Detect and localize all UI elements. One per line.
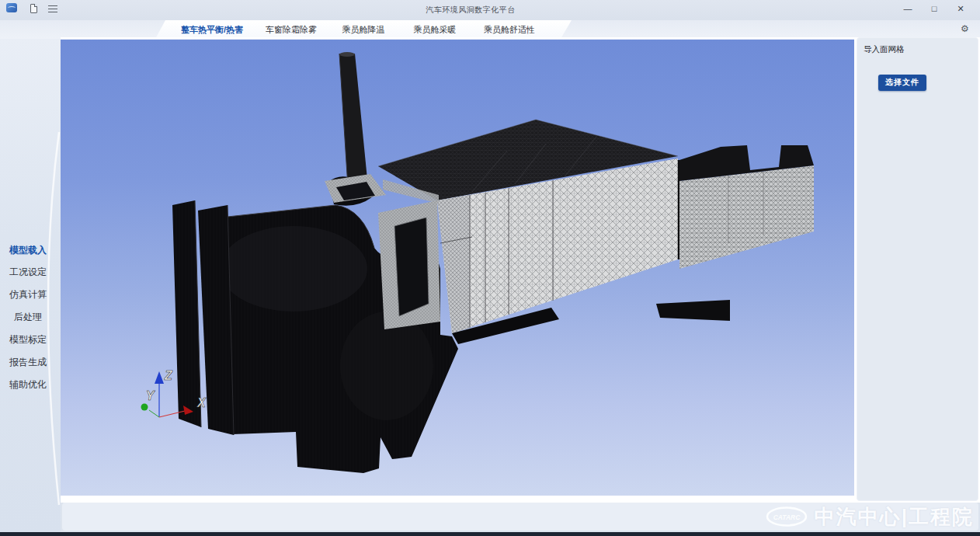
axis-label-x: X <box>196 396 207 409</box>
tab-cabin-heating[interactable]: 乘员舱采暖 <box>414 24 457 36</box>
workflow-sidebar: 模型载入 工况设定 仿真计算 后处理 模型标定 报告生成 辅助优化 <box>0 39 61 532</box>
menu-list-icon[interactable] <box>48 5 57 12</box>
tab-cabin-cooling[interactable]: 乘员舱降温 <box>342 24 385 36</box>
bottom-brand: CATARC 中汽中心|工程院 <box>766 504 974 529</box>
catarc-logo-text: CATARC <box>773 513 800 521</box>
bottom-bar: CATARC 中汽中心|工程院 <box>62 503 978 531</box>
catarc-oval-icon: CATARC <box>766 506 808 527</box>
settings-icon[interactable]: ⚙ <box>959 23 971 35</box>
sidebar-item-postprocess[interactable]: 后处理 <box>0 311 56 324</box>
viewport-3d[interactable]: Z X Y <box>61 39 854 496</box>
window-controls: — □ ✕ <box>895 0 974 17</box>
tab-window-defrost[interactable]: 车窗除霜除雾 <box>266 24 317 36</box>
sidebar-item-condition-setup[interactable]: 工况设定 <box>0 266 56 279</box>
hvac-mesh-model: Z X Y <box>61 40 854 496</box>
axis-label-z: Z <box>164 369 173 382</box>
title-bar: 汽车环境风洞数字化平台 — □ ✕ <box>0 0 980 20</box>
bottom-strip <box>0 532 980 536</box>
tab-row: 整车热平衡/热害 车窗除霜除雾 乘员舱降温 乘员舱采暖 乘员舱舒适性 <box>0 20 980 39</box>
select-file-button[interactable]: 选择文件 <box>878 75 926 91</box>
close-button[interactable]: ✕ <box>947 0 974 17</box>
tab-vehicle-thermal[interactable]: 整车热平衡/热害 <box>181 24 243 36</box>
sidebar-item-calibration[interactable]: 模型标定 <box>0 333 56 346</box>
minimize-button[interactable]: — <box>895 0 921 17</box>
maximize-button[interactable]: □ <box>921 0 947 17</box>
file-icon[interactable] <box>30 4 37 13</box>
panel-title: 导入面网格 <box>864 44 905 55</box>
app-title: 汽车环境风洞数字化平台 <box>374 5 568 16</box>
sidebar-curve-decoration <box>0 39 61 532</box>
sidebar-item-report[interactable]: 报告生成 <box>0 356 56 369</box>
axis-label-y: Y <box>146 389 155 402</box>
sidebar-item-model-load[interactable]: 模型载入 <box>0 244 56 257</box>
tab-cabin-comfort[interactable]: 乘员舱舒适性 <box>484 24 535 36</box>
app-logo-icon[interactable] <box>6 3 17 12</box>
import-mesh-panel: 导入面网格 选择文件 <box>857 37 978 501</box>
bottom-brand-text: 中汽中心|工程院 <box>815 503 974 531</box>
sidebar-item-simulation[interactable]: 仿真计算 <box>0 288 56 301</box>
sidebar-item-optimization[interactable]: 辅助优化 <box>0 378 56 392</box>
